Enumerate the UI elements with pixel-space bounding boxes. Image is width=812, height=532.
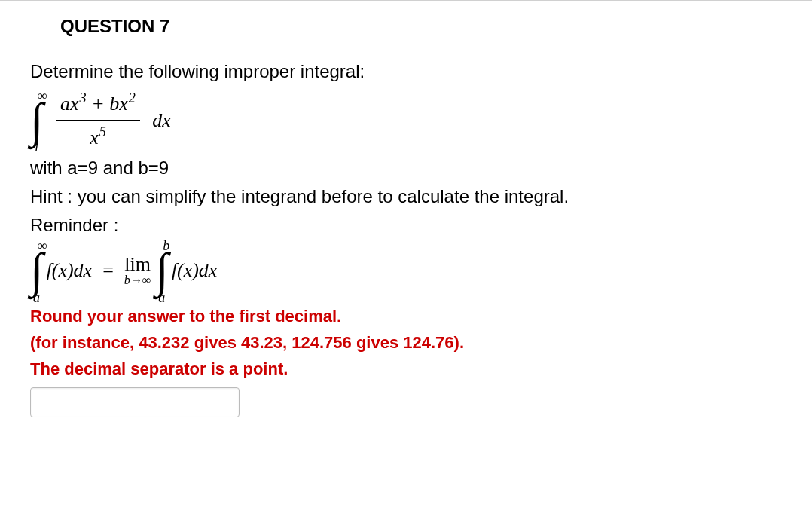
num-plus: + — [87, 93, 110, 115]
integral-lower-bound: 1 — [33, 137, 40, 157]
integrand-fraction: ax3 + bx2 x5 — [56, 87, 140, 153]
hint-text: Hint : you can simplify the integrand be… — [30, 183, 782, 210]
reminder-right-fx: f(x)dx — [172, 255, 218, 285]
separator-instruction: The decimal separator is a point. — [30, 356, 782, 381]
question-container: QUESTION 7 Determine the following impro… — [0, 0, 812, 440]
answer-input-wrapper — [30, 387, 782, 418]
reminder-left-upper: ∞ — [38, 236, 47, 256]
reminder-left-fx: f(x)dx — [47, 255, 93, 285]
reminder-math-expression: ∞ ∫ a f(x)dx = lim b→∞ b ∫ a f(x)dx — [30, 240, 782, 300]
integral-expression: ∞ ∫ 1 ax3 + bx2 x5 dx — [30, 87, 782, 153]
num-term-b: bx — [109, 93, 128, 115]
reminder-left-integral: ∞ ∫ a — [30, 240, 47, 300]
integral-sign-icon: ∫ — [30, 251, 44, 289]
integral-upper-bound: ∞ — [38, 86, 47, 106]
question-body: Determine the following improper integra… — [30, 58, 782, 417]
example-instruction: (for instance, 43.232 gives 43.23, 124.7… — [30, 330, 782, 355]
answer-field[interactable] — [30, 387, 240, 417]
integral-sign-icon: ∫ — [155, 251, 169, 289]
reminder-right-lower: a — [158, 288, 165, 308]
num-term-a: ax — [60, 93, 79, 115]
integral-sign-icon: ∫ — [30, 101, 44, 139]
params-text: with a=9 and b=9 — [30, 154, 782, 182]
round-instruction: Round your answer to the first decimal. — [30, 304, 782, 329]
fraction-numerator: ax3 + bx2 — [56, 87, 140, 121]
reminder-right-upper: b — [163, 236, 169, 256]
limit-approach: b→∞ — [124, 274, 151, 286]
limit-block: lim b→∞ — [124, 255, 151, 286]
fraction-denominator: x5 — [56, 121, 140, 154]
den-exp: 5 — [99, 124, 106, 139]
den-var: x — [90, 126, 99, 148]
reminder-right-integral: b ∫ a — [155, 240, 172, 300]
num-exp-a: 3 — [80, 90, 87, 105]
limit-label: lim — [124, 255, 151, 274]
equals-sign: = — [102, 255, 114, 285]
reminder-left-lower: a — [33, 288, 40, 308]
question-title: QUESTION 7 — [60, 16, 782, 37]
dx-label: dx — [152, 109, 171, 131]
num-exp-b: 2 — [129, 90, 136, 105]
reminder-label: Reminder : — [30, 212, 782, 239]
prompt-text: Determine the following improper integra… — [30, 58, 782, 85]
integral-wrapper: ∞ ∫ 1 — [30, 90, 47, 150]
